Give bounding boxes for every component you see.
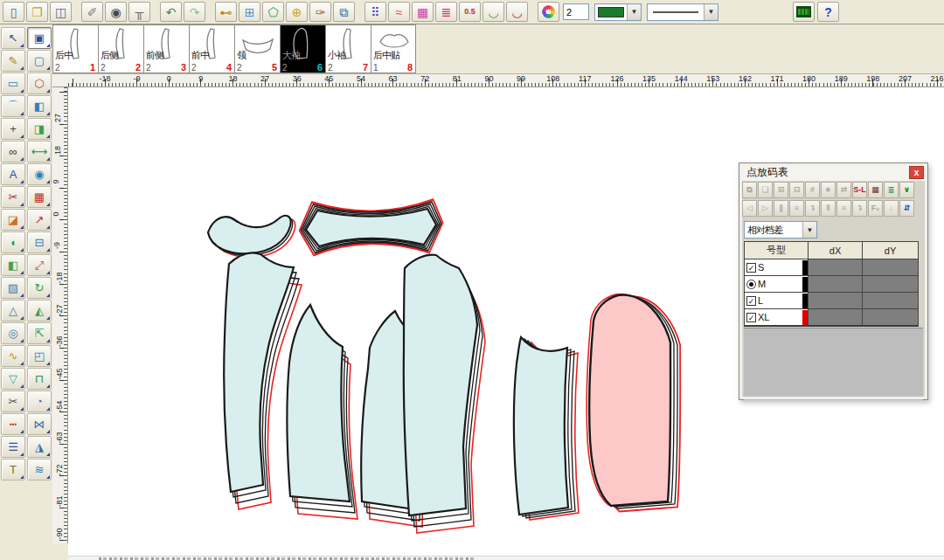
sidebar-tool-button[interactable]: ⬡ — [27, 73, 52, 94]
sidebar-tool-button[interactable]: A — [1, 163, 25, 185]
piece-strip-cell[interactable]: 大袖 2 6 — [280, 24, 325, 73]
dialog-titlebar[interactable]: 点放码表 x — [739, 163, 927, 181]
sidebar-tool-button[interactable]: ▨ — [1, 277, 25, 299]
toolbar-button[interactable] — [538, 2, 559, 22]
toolbar-button[interactable]: ❐ — [26, 2, 48, 22]
sidebar-tool-button[interactable]: ◎ — [1, 322, 25, 344]
toolbar-button[interactable]: ◉ — [105, 2, 127, 22]
size-label-cell[interactable]: ✓ S — [745, 259, 809, 275]
sidebar-tool-button[interactable]: ∿ — [1, 345, 25, 367]
sidebar-tool-button[interactable]: ◮ — [27, 436, 52, 458]
sidebar-tool-button[interactable]: ◭ — [27, 300, 52, 321]
dialog-toolbar-button[interactable]: ∥ — [774, 200, 788, 217]
toolbar-button[interactable]: ✐ — [81, 2, 103, 22]
dialog-toolbar-button[interactable]: ▦ — [868, 182, 883, 198]
sidebar-tool-button[interactable]: ▢ — [27, 50, 52, 72]
sidebar-tool-button[interactable]: ▭ — [1, 73, 25, 94]
size-checkbox[interactable]: ✓ — [746, 313, 756, 322]
sidebar-tool-button[interactable]: ⇱ — [27, 322, 52, 344]
size-radio[interactable] — [746, 280, 756, 289]
toolbar-button[interactable]: ⊷ — [215, 2, 237, 22]
toolbar-button[interactable]: ↶ — [160, 2, 182, 22]
sidebar-tool-button[interactable]: ┅ — [1, 413, 25, 435]
sidebar-tool-button[interactable]: △ — [1, 300, 25, 321]
dialog-toolbar-button[interactable]: ≡ — [789, 200, 804, 217]
size-label-cell[interactable]: ✓ L — [745, 293, 809, 308]
line-style-select[interactable]: ▼ — [647, 3, 718, 21]
sidebar-tool-button[interactable]: ⟷ — [27, 141, 52, 162]
dialog-toolbar-button[interactable]: ⊞ — [774, 182, 788, 198]
toolbar-button[interactable]: ◫ — [50, 2, 72, 22]
sidebar-tool-button[interactable]: ▣ — [27, 27, 52, 49]
toolbar-button[interactable]: ✑ — [309, 2, 331, 22]
help-button[interactable]: ? — [817, 2, 839, 22]
piece-front-center[interactable] — [404, 255, 485, 533]
sidebar-tool-button[interactable]: ⋈ — [27, 413, 52, 435]
dialog-toolbar-button[interactable]: ⇵ — [899, 200, 914, 217]
sidebar-tool-button[interactable]: ◰ — [27, 345, 52, 367]
toolbar-button[interactable]: ◡ — [482, 2, 504, 22]
dy-cell[interactable] — [863, 293, 918, 308]
piece-strip-cell[interactable]: 后中 2 1 — [52, 24, 98, 73]
sidebar-tool-button[interactable]: ▽ — [1, 368, 25, 390]
toolbar-button[interactable]: ╥ — [128, 2, 150, 22]
piece-strip-cell[interactable]: 领 2 5 — [234, 24, 280, 73]
sidebar-tool-button[interactable]: T — [1, 459, 25, 480]
dx-cell[interactable] — [809, 259, 863, 275]
dialog-toolbar-button[interactable]: ↴ — [852, 200, 867, 217]
toolbar-button[interactable]: ▯ — [3, 2, 24, 22]
sidebar-tool-button[interactable]: ✂ — [1, 391, 25, 412]
size-color-swatch[interactable] — [802, 294, 808, 308]
piece-back-yoke[interactable] — [300, 199, 443, 255]
sidebar-tool-button[interactable]: ↖ — [1, 27, 25, 49]
dialog-toolbar-button[interactable]: ▷ — [758, 200, 773, 217]
grading-mode-select[interactable]: 相对档差 ▼ — [744, 221, 817, 239]
dx-cell[interactable] — [809, 309, 863, 325]
piece-strip-cell[interactable]: 小袖 2 7 — [325, 24, 371, 73]
toolbar-button[interactable]: ⬠ — [262, 2, 284, 22]
sidebar-tool-button[interactable]: ✂ — [1, 186, 25, 208]
toolbar-button[interactable] — [73, 2, 80, 22]
toolbar-button[interactable]: ⠿ — [364, 2, 386, 22]
dialog-toolbar-button[interactable]: # — [805, 182, 820, 198]
sidebar-tool-button[interactable]: ◨ — [27, 118, 52, 140]
dialog-toolbar-button[interactable]: ❏ — [758, 182, 773, 198]
sidebar-tool-button[interactable]: ↗ — [27, 209, 52, 231]
dialog-toolbar-button[interactable]: ≣ — [884, 182, 899, 198]
sidebar-tool-button[interactable]: ◖ — [1, 232, 25, 253]
sidebar-tool-button[interactable]: ⊟ — [27, 232, 52, 253]
sidebar-tool-button[interactable]: ⤢ — [27, 254, 52, 276]
dx-cell[interactable] — [809, 293, 863, 308]
dialog-toolbar-button[interactable]: ↴ — [805, 200, 820, 217]
piece-strip-cell[interactable]: 前侧 2 3 — [143, 24, 189, 73]
size-label-cell[interactable]: M — [745, 276, 809, 292]
chevron-down-icon[interactable]: ▼ — [627, 4, 641, 20]
toolbar-button[interactable] — [152, 2, 158, 22]
dialog-toolbar-button[interactable]: ⇄ — [836, 182, 851, 198]
sidebar-tool-button[interactable]: ⌒ — [1, 95, 25, 117]
chevron-down-icon[interactable]: ▼ — [802, 222, 816, 238]
size-checkbox[interactable]: ✓ — [746, 263, 756, 273]
toolbar-button[interactable]: ≈ — [388, 2, 410, 22]
dy-cell[interactable] — [863, 309, 918, 325]
toolbar-button[interactable]: ↷ — [184, 2, 205, 22]
dialog-toolbar-button[interactable]: ◁ — [742, 200, 757, 217]
size-color-swatch[interactable] — [802, 277, 808, 292]
toolbar-button[interactable]: ⧉ — [333, 2, 355, 22]
sidebar-tool-button[interactable]: ≋ — [27, 459, 52, 480]
sidebar-tool-button[interactable]: ▦ — [27, 186, 52, 208]
dy-cell[interactable] — [863, 259, 918, 275]
toolbar-button[interactable]: 0.5 — [459, 2, 481, 22]
dialog-toolbar-button[interactable]: ∨ — [899, 182, 914, 198]
piece-back-side[interactable] — [287, 305, 357, 519]
sidebar-tool-button[interactable]: ✎ — [1, 50, 25, 72]
sidebar-tool-button[interactable]: ↻ — [27, 277, 52, 299]
dialog-toolbar-button[interactable]: S-L — [852, 182, 867, 198]
chevron-down-icon[interactable]: ▼ — [704, 4, 718, 20]
toolbar-button[interactable] — [530, 2, 536, 22]
toolbar-button[interactable]: ⊞ — [239, 2, 260, 22]
piece-strip-cell[interactable]: 后侧 2 2 — [98, 24, 143, 73]
dialog-toolbar-button[interactable]: ⧉ — [742, 182, 757, 198]
line-color-select[interactable]: ▼ — [594, 3, 642, 21]
piece-big-sleeve-selected[interactable] — [587, 294, 680, 512]
